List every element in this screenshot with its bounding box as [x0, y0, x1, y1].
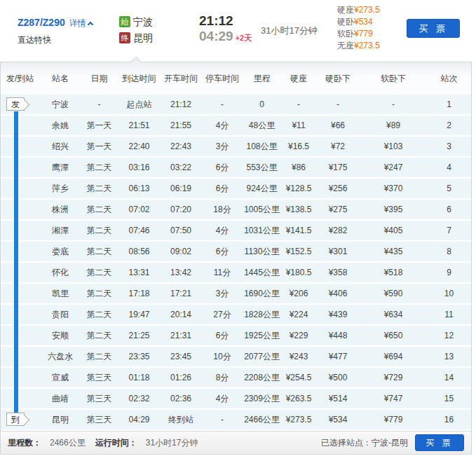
cell-marker	[1, 158, 41, 177]
start-station-icon: 始	[119, 16, 130, 27]
train-number-link[interactable]: Z287/Z290	[18, 17, 65, 28]
cell-arrive-time: 21:51	[118, 116, 160, 135]
cell-station: 鹰潭	[41, 158, 80, 177]
seat-class-label: 无座	[337, 41, 354, 50]
cell-date: 第二天	[80, 284, 118, 303]
cell-stop-number: 9	[427, 263, 471, 282]
cell-marker	[1, 347, 41, 366]
cell-arrive-time: 21:25	[118, 326, 160, 345]
cell-marker: 到	[1, 410, 41, 429]
cell-hard-sleeper-lower-price: ¥175	[316, 158, 360, 177]
cell-date: -	[80, 95, 118, 114]
runtime-label: 运行时间：	[95, 437, 137, 449]
table-row: 安顺 第二天 21:25 21:31 6分 1925公里 ¥229 ¥448 ¥…	[1, 326, 471, 347]
end-station: 昆明	[133, 32, 153, 43]
cell-stop-number: 8	[427, 242, 471, 261]
cell-stop-number: 11	[427, 305, 471, 324]
cell-arrive-time: 02:32	[118, 389, 160, 408]
cell-depart-time: 02:36	[160, 389, 202, 408]
cell-mileage: 108公里	[243, 137, 281, 156]
cell-hard-seat-price: ¥141.5	[281, 221, 316, 240]
cell-date: 第二天	[80, 221, 118, 240]
cell-station: 昆明	[41, 410, 80, 429]
cell-station: 萍乡	[41, 179, 80, 198]
stops-panel: 发/到站 站名 日期 到达时间 开车时间 停车时间 里程 硬座 硬卧下 软卧下 …	[0, 62, 472, 455]
cell-soft-sleeper-lower-price: ¥779	[360, 410, 427, 429]
buy-ticket-button[interactable]: 买 票	[407, 19, 460, 38]
cell-marker	[1, 179, 41, 198]
cell-hard-seat-price: ¥11	[281, 116, 316, 135]
cell-arrive-time: 13:31	[118, 263, 160, 282]
cell-date: 第一天	[80, 137, 118, 156]
cell-stop-number: 16	[427, 410, 471, 429]
arrive-marker-badge: 到	[6, 413, 25, 426]
detail-label: 详情	[69, 18, 86, 28]
price-line: 无座¥273.5	[337, 40, 380, 52]
cell-mileage: 1130公里	[243, 242, 281, 261]
cell-marker	[1, 368, 41, 387]
cell-stop-duration: 4分	[202, 389, 243, 408]
cell-mileage: 0	[243, 95, 281, 114]
cell-station: 株洲	[41, 200, 80, 219]
price-line: 硬卧¥534	[337, 16, 380, 28]
cell-hard-seat-price: ¥138.5	[281, 200, 316, 219]
table-row: 宣威 第三天 01:18 01:26 8分 2208公里 ¥254.5 ¥500…	[1, 368, 471, 389]
runtime-value: 31小时17分钟	[146, 437, 198, 449]
cell-stop-number: 7	[427, 221, 471, 240]
cell-stop-duration: 4分	[202, 221, 243, 240]
cell-station: 宁波	[41, 95, 80, 114]
arrive-time: 04:29	[199, 29, 233, 43]
cell-soft-sleeper-lower-price: ¥590	[360, 284, 427, 303]
cell-station: 安顺	[41, 326, 80, 345]
cell-marker	[1, 200, 41, 219]
table-row: 到 昆明 第三天 04:29 终到站 - 2466公里 ¥273.5 ¥534 …	[1, 410, 471, 431]
cell-arrive-time: 01:18	[118, 368, 160, 387]
cell-marker	[1, 137, 41, 156]
cell-stop-number: 15	[427, 389, 471, 408]
seat-price: ¥534	[354, 17, 373, 27]
cell-stop-number: 1	[427, 95, 471, 114]
cell-depart-time: 03:22	[160, 158, 202, 177]
cell-date: 第二天	[80, 347, 118, 366]
cell-hard-sleeper-lower-price: ¥439	[316, 305, 360, 324]
cell-hard-sleeper-lower-price: ¥406	[316, 284, 360, 303]
cell-hard-seat-price: ¥254.5	[281, 368, 316, 387]
cell-hard-sleeper-lower-price: ¥477	[316, 347, 360, 366]
cell-stop-number: 6	[427, 200, 471, 219]
cell-date: 第三天	[80, 368, 118, 387]
cell-depart-time: 23:45	[160, 347, 202, 366]
cell-soft-sleeper-lower-price: ¥694	[360, 347, 427, 366]
cell-stop-number: 14	[427, 368, 471, 387]
column-header: 站次	[427, 73, 471, 85]
table-row: 贵阳 第二天 19:47 20:14 27分 1828公里 ¥224 ¥439 …	[1, 305, 471, 326]
cell-station: 六盘水	[41, 347, 80, 366]
cell-stop-number: 4	[427, 158, 471, 177]
cell-depart-time: 终到站	[160, 410, 202, 429]
cell-mileage: 924公里	[243, 179, 281, 198]
cell-hard-sleeper-lower-price: ¥358	[316, 263, 360, 282]
table-header-row: 发/到站 站名 日期 到达时间 开车时间 停车时间 里程 硬座 硬卧下 软卧下 …	[1, 62, 471, 95]
cell-date: 第二天	[80, 179, 118, 198]
cell-hard-sleeper-lower-price: ¥301	[316, 242, 360, 261]
selected-stations: 已选择站点：宁波-昆明	[321, 437, 408, 449]
cell-station: 绍兴	[41, 137, 80, 156]
cell-marker	[1, 284, 41, 303]
column-header: 发/到站	[1, 73, 41, 85]
cell-soft-sleeper-lower-price: ¥405	[360, 221, 427, 240]
detail-toggle[interactable]: 详情	[69, 18, 93, 28]
table-row: 湘潭 第二天 07:46 07:50 4分 1031公里 ¥141.5 ¥282…	[1, 221, 471, 242]
train-header: Z287/Z290详情 直达特快 始宁波 终昆明 21:12 04:29+2天 …	[0, 0, 476, 62]
column-header: 站名	[41, 73, 80, 85]
depart-marker-badge: 发	[6, 97, 25, 111]
price-list: 硬座¥273.5 硬卧¥534 软卧¥779 无座¥273.5	[337, 4, 380, 52]
cell-arrive-time: 起点站	[118, 95, 160, 114]
cell-depart-time: 07:50	[160, 221, 202, 240]
station-block: 始宁波 终昆明	[119, 15, 153, 47]
cell-mileage: 1690公里	[243, 284, 281, 303]
train-title-block: Z287/Z290详情 直达特快	[18, 16, 93, 46]
buy-ticket-button-footer[interactable]: 买 票	[415, 434, 464, 451]
column-header: 开车时间	[160, 73, 202, 85]
table-row: 株洲 第二天 07:02 07:20 18分 1005公里 ¥138.5 ¥27…	[1, 200, 471, 221]
cell-hard-seat-price: ¥86	[281, 158, 316, 177]
table-row: 凯里 第二天 17:18 17:21 3分 1690公里 ¥206 ¥406 ¥…	[1, 284, 471, 305]
